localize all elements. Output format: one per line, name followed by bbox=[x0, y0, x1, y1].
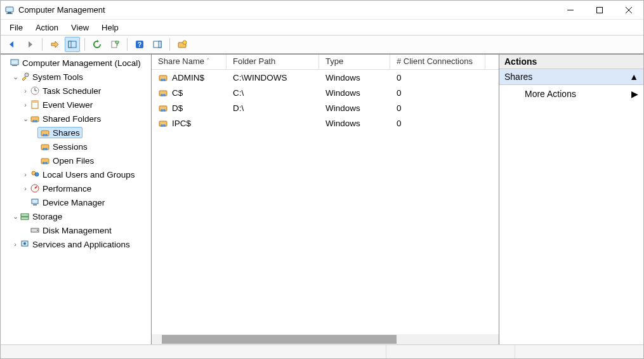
menu-view[interactable]: View bbox=[65, 22, 95, 34]
expander-icon[interactable]: ⌄ bbox=[11, 73, 20, 81]
toolbar-separator bbox=[127, 38, 128, 51]
svg-rect-40 bbox=[32, 199, 38, 204]
expander-icon[interactable]: › bbox=[21, 101, 30, 108]
show-tree-button[interactable] bbox=[65, 37, 80, 52]
nav-back-button[interactable] bbox=[4, 37, 20, 52]
cell-folder-path: C:\WINDOWS bbox=[233, 73, 287, 82]
svg-rect-24 bbox=[31, 117, 39, 122]
list-row[interactable]: ADMIN$C:\WINDOWSWindows0 bbox=[152, 70, 499, 85]
tree-item-shares[interactable]: Shares bbox=[31, 126, 151, 140]
expander-icon[interactable]: › bbox=[21, 87, 30, 95]
svg-point-34 bbox=[43, 162, 45, 164]
tree-item-local-users[interactable]: › Local Users and Groups bbox=[21, 167, 151, 181]
nav-forward-button[interactable] bbox=[22, 37, 37, 52]
cell-folder-path: D:\ bbox=[233, 103, 244, 113]
maximize-button[interactable] bbox=[585, 1, 614, 20]
actions-more-label: More Actions bbox=[525, 89, 576, 99]
column-folder-path[interactable]: Folder Path bbox=[227, 55, 319, 69]
actions-more-link[interactable]: More Actions ▶ bbox=[499, 85, 643, 103]
help-button[interactable]: ? bbox=[132, 37, 147, 52]
svg-point-56 bbox=[163, 109, 166, 112]
svg-point-35 bbox=[45, 162, 48, 164]
app-icon bbox=[4, 5, 15, 15]
up-button[interactable] bbox=[47, 37, 62, 52]
close-button[interactable] bbox=[614, 1, 643, 20]
svg-rect-13 bbox=[159, 41, 161, 48]
chevron-right-icon: ▶ bbox=[631, 89, 638, 99]
cell-connections: 0 bbox=[397, 103, 402, 113]
column-connections[interactable]: # Client Connections bbox=[390, 55, 485, 69]
svg-rect-8 bbox=[69, 41, 71, 48]
list-pane: Share Name^ Folder Path Type # Client Co… bbox=[152, 55, 499, 344]
tree-item-root[interactable]: Computer Management (Local) bbox=[1, 56, 151, 70]
tree-label: Shares bbox=[53, 128, 80, 138]
tree-item-event-viewer[interactable]: › Event Viewer bbox=[21, 98, 151, 112]
tree-item-device-manager[interactable]: Device Manager bbox=[21, 195, 151, 209]
export-button[interactable] bbox=[107, 37, 122, 52]
cell-folder-path: C:\ bbox=[233, 88, 244, 98]
expander-icon[interactable]: › bbox=[21, 185, 30, 192]
horizontal-scrollbar[interactable] bbox=[152, 334, 499, 344]
expander-icon[interactable]: ⌄ bbox=[21, 115, 30, 123]
collapse-icon: ▲ bbox=[629, 72, 638, 82]
expander-icon[interactable]: › bbox=[21, 171, 30, 178]
tree-item-services-apps[interactable]: › Services and Applications bbox=[11, 237, 151, 251]
svg-point-31 bbox=[43, 148, 45, 150]
list-row[interactable]: IPC$Windows0 bbox=[152, 115, 499, 131]
list-row[interactable]: D$D:\Windows0 bbox=[152, 100, 499, 115]
tree-item-storage[interactable]: ⌄ Storage bbox=[11, 209, 151, 223]
statusbar bbox=[1, 344, 643, 358]
tree-item-sessions[interactable]: Sessions bbox=[31, 140, 151, 153]
scrollbar-thumb[interactable] bbox=[162, 335, 397, 344]
toolbar-separator bbox=[42, 38, 43, 51]
disk-icon bbox=[30, 225, 40, 235]
svg-point-28 bbox=[43, 134, 45, 136]
toolbar-separator bbox=[84, 38, 85, 51]
expander-icon[interactable]: › bbox=[11, 240, 20, 248]
tree-label: Shared Folders bbox=[43, 114, 101, 124]
cell-type: Windows bbox=[325, 103, 360, 113]
svg-point-59 bbox=[163, 124, 166, 127]
actions-section-shares[interactable]: Shares ▲ bbox=[499, 69, 643, 85]
show-actions-button[interactable] bbox=[150, 37, 165, 52]
tree-label: Storage bbox=[32, 212, 62, 221]
list-body: ADMIN$C:\WINDOWSWindows0C$C:\Windows0D$D… bbox=[152, 70, 499, 334]
svg-rect-2 bbox=[6, 13, 13, 14]
list-row[interactable]: C$C:\Windows0 bbox=[152, 85, 499, 100]
minimize-button[interactable] bbox=[556, 1, 585, 20]
svg-point-37 bbox=[35, 173, 39, 176]
svg-rect-17 bbox=[12, 65, 17, 66]
tree-label: Open Files bbox=[53, 156, 94, 166]
tree-item-open-files[interactable]: Open Files bbox=[31, 153, 151, 167]
new-share-button[interactable] bbox=[174, 37, 190, 52]
cell-type: Windows bbox=[325, 88, 360, 98]
tree-label: Task Scheduler bbox=[43, 86, 101, 96]
tree-label: Device Manager bbox=[43, 198, 105, 207]
share-icon bbox=[158, 72, 168, 82]
tree-item-disk-management[interactable]: Disk Management bbox=[21, 223, 151, 237]
expander-icon[interactable]: ⌄ bbox=[11, 212, 20, 221]
tree-item-performance[interactable]: › Performance bbox=[21, 181, 151, 195]
svg-rect-16 bbox=[11, 60, 18, 65]
svg-rect-0 bbox=[6, 7, 13, 12]
open-files-icon bbox=[40, 155, 50, 166]
svg-point-50 bbox=[163, 79, 166, 81]
svg-point-26 bbox=[35, 120, 37, 122]
tree-label: Sessions bbox=[53, 142, 88, 152]
refresh-button[interactable] bbox=[89, 37, 105, 52]
cell-share-name: ADMIN$ bbox=[172, 73, 204, 82]
column-type[interactable]: Type bbox=[319, 55, 390, 69]
column-share-name[interactable]: Share Name^ bbox=[152, 55, 227, 69]
svg-point-32 bbox=[45, 148, 48, 150]
svg-point-58 bbox=[161, 124, 163, 127]
menu-help[interactable]: Help bbox=[95, 22, 125, 34]
tree-item-task-scheduler[interactable]: › Task Scheduler bbox=[21, 84, 151, 98]
tree-label: Local Users and Groups bbox=[43, 170, 135, 180]
menu-file[interactable]: File bbox=[3, 22, 29, 34]
menu-action[interactable]: Action bbox=[29, 22, 65, 34]
tree-item-shared-folders[interactable]: ⌄ Shared Folders bbox=[21, 112, 151, 126]
tree-label: System Tools bbox=[32, 72, 83, 82]
tree-item-system-tools[interactable]: ⌄ System Tools bbox=[11, 70, 151, 84]
svg-rect-33 bbox=[41, 159, 49, 164]
sort-indicator-icon: ^ bbox=[207, 56, 209, 62]
